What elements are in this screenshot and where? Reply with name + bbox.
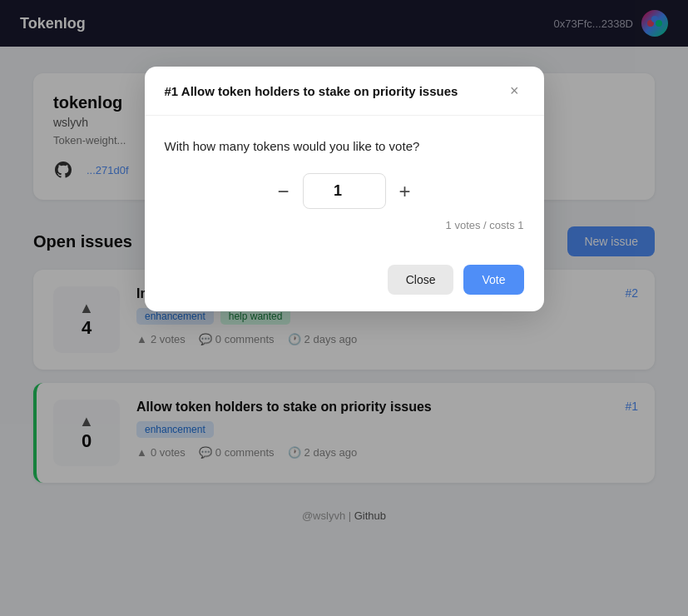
modal-vote-button[interactable]: Vote — [463, 265, 523, 295]
modal-overlay: #1 Allow token holders to stake on prior… — [0, 0, 688, 616]
modal-footer: Close Vote — [145, 251, 544, 311]
vote-number-input[interactable] — [303, 173, 386, 209]
modal-body: With how many tokens would you like to v… — [145, 116, 544, 251]
modal-header: #1 Allow token holders to stake on prior… — [145, 67, 544, 116]
modal-title: #1 Allow token holders to stake on prior… — [165, 84, 458, 98]
modal-close-button[interactable]: × — [505, 82, 524, 100]
vote-input-row: − + — [165, 173, 524, 209]
vote-modal: #1 Allow token holders to stake on prior… — [145, 67, 544, 311]
vote-increment-button[interactable]: + — [386, 178, 424, 205]
vote-cost-text: 1 votes / costs 1 — [165, 219, 524, 231]
modal-close-action-button[interactable]: Close — [388, 265, 454, 295]
vote-decrement-button[interactable]: − — [264, 178, 302, 205]
modal-question: With how many tokens would you like to v… — [165, 139, 524, 153]
